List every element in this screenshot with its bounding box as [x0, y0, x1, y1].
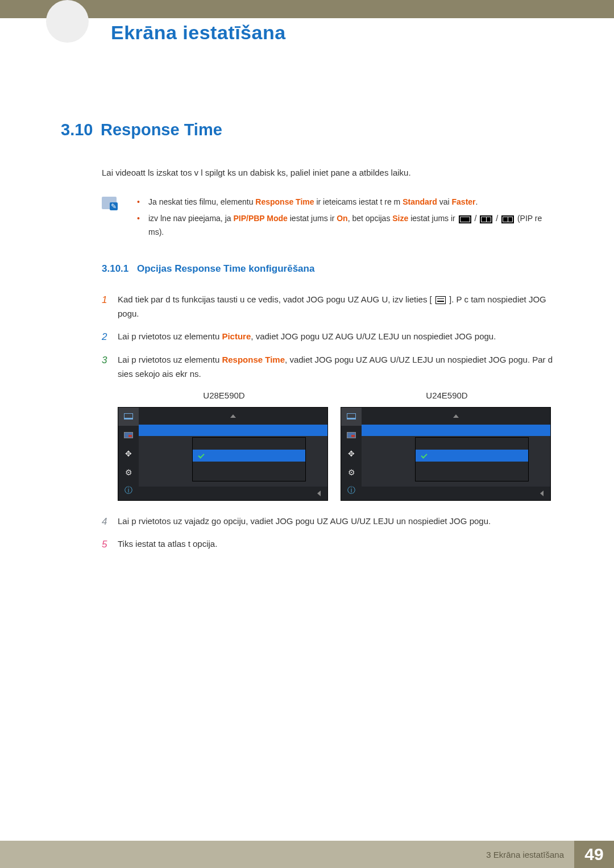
model-row: U28E590D ✥ ⚙ ⓘ U24E590: [118, 391, 553, 501]
pip-split-icon-2: [501, 215, 514, 223]
section-heading: 3.10Response Time: [61, 121, 553, 139]
pip-icon: [118, 426, 139, 445]
move-icon: ✥: [341, 445, 362, 463]
osd-option-selected-b: [416, 450, 528, 462]
chapter-title: Ekrāna iestatīšana: [111, 22, 286, 44]
section-title: Response Time: [101, 121, 222, 139]
model-col-b: U24E590D ✥ ⚙ ⓘ: [341, 391, 553, 501]
model-label-a: U28E590D: [118, 391, 330, 400]
note-icon: [102, 197, 117, 209]
osd-selected-row-b: [362, 425, 550, 436]
subsection-title: Opcijas Response Time konfigurēšana: [137, 263, 314, 274]
content-area: 3.10Response Time Lai videoatt ls izskat…: [0, 18, 614, 551]
step-3: 3 Lai p rvietotos uz elementu Response T…: [102, 353, 553, 381]
osd-sidebar: ✥ ⚙ ⓘ: [118, 408, 139, 500]
osd-options-panel-b: [415, 437, 529, 481]
subsection-number: 3.10.1: [102, 263, 137, 275]
gear-icon: ⚙: [341, 463, 362, 481]
osd-option-b3: [416, 462, 528, 474]
note-item-2: izv lne nav pieejama, ja PIP/PBP Mode ie…: [129, 212, 553, 239]
info-icon: ⓘ: [341, 481, 362, 500]
gear-icon: ⚙: [118, 463, 139, 481]
step-1: 1 Kad tiek par d ts funkcijas tausti u c…: [102, 293, 553, 321]
check-icon: [198, 452, 204, 458]
osd-option-1: [193, 438, 305, 450]
chapter-circle-icon: [46, 0, 89, 43]
pip-icon: [341, 426, 362, 445]
osd-option-b1: [416, 438, 528, 450]
step-4: 4 Lai p rvietotos uz vajadz go opciju, v…: [102, 514, 553, 529]
intro-text: Lai videoatt ls izskat tos v l spilgt ks…: [102, 167, 553, 180]
note-item-1: Ja neskat ties filmu, elementu Response …: [129, 196, 553, 209]
subsection-heading: 3.10.1Opcijas Response Time konfigurēšan…: [102, 263, 553, 275]
model-col-a: U28E590D ✥ ⚙ ⓘ: [118, 391, 330, 501]
osd-top-arrow: [139, 408, 327, 425]
note-list: Ja neskat ties filmu, elementu Response …: [129, 196, 553, 243]
osd-option-selected: [193, 450, 305, 462]
osd-screenshot-a: ✥ ⚙ ⓘ: [118, 407, 328, 501]
monitor-icon: [341, 408, 362, 426]
menu-icon: [435, 296, 446, 304]
osd-options-panel: [192, 437, 306, 481]
osd-top-arrow-b: [362, 408, 550, 425]
pip-size-icon: [459, 215, 471, 223]
model-label-b: U24E590D: [341, 391, 553, 400]
info-icon: ⓘ: [118, 481, 139, 500]
step-list: 1 Kad tiek par d ts funkcijas tausti u c…: [102, 293, 553, 381]
note-block: Ja neskat ties filmu, elementu Response …: [102, 196, 553, 243]
step-2: 2 Lai p rvietotos uz elementu Picture, v…: [102, 330, 553, 344]
osd-option-3: [193, 462, 305, 474]
monitor-icon: [118, 408, 139, 426]
osd-sidebar-b: ✥ ⚙ ⓘ: [341, 408, 362, 500]
check-icon: [421, 452, 427, 458]
section-number: 3.10: [61, 121, 101, 139]
step-5: 5 Tiks iestat ta atlas t opcija.: [102, 537, 553, 551]
pip-split-icon-1: [480, 215, 492, 223]
osd-bottom-b: [362, 487, 550, 500]
osd-selected-row: [139, 425, 327, 436]
osd-bottom: [139, 487, 327, 500]
top-bar: [0, 0, 614, 18]
step-list-continued: 4 Lai p rvietotos uz vajadz go opciju, v…: [102, 514, 553, 552]
osd-screenshot-b: ✥ ⚙ ⓘ: [341, 407, 551, 501]
move-icon: ✥: [118, 445, 139, 463]
